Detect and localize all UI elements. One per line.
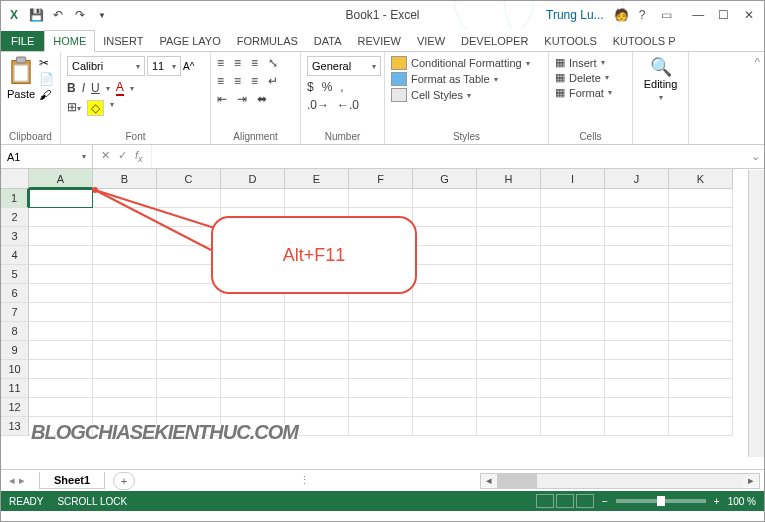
sheet-nav-prev-icon[interactable]: ◂ — [9, 474, 15, 487]
cell[interactable] — [157, 398, 221, 417]
copy-icon[interactable]: 📄 — [39, 72, 54, 86]
cell[interactable] — [605, 417, 669, 436]
cell[interactable] — [669, 284, 733, 303]
zoom-slider[interactable] — [616, 499, 706, 503]
undo-icon[interactable]: ↶ — [49, 6, 67, 24]
cell[interactable] — [413, 246, 477, 265]
cell[interactable] — [541, 227, 605, 246]
cell[interactable] — [349, 417, 413, 436]
cell[interactable] — [285, 379, 349, 398]
add-sheet-icon[interactable]: + — [113, 472, 135, 490]
tab-formulas[interactable]: FORMULAS — [229, 31, 306, 51]
tab-review[interactable]: REVIEW — [350, 31, 409, 51]
decrease-decimal-icon[interactable]: ←.0 — [337, 98, 359, 112]
cell[interactable] — [605, 246, 669, 265]
cell[interactable] — [669, 265, 733, 284]
cell[interactable] — [477, 398, 541, 417]
font-name-select[interactable]: Calibri▾ — [67, 56, 145, 76]
cell[interactable] — [605, 398, 669, 417]
cell[interactable] — [29, 265, 93, 284]
align-bot-icon[interactable]: ≡ — [251, 56, 258, 70]
cell[interactable] — [605, 341, 669, 360]
cell[interactable] — [221, 322, 285, 341]
cell[interactable] — [29, 284, 93, 303]
cell[interactable] — [477, 303, 541, 322]
cell[interactable] — [605, 360, 669, 379]
expand-fx-icon[interactable]: ⌄ — [747, 150, 764, 163]
cell[interactable] — [605, 379, 669, 398]
cell[interactable] — [413, 417, 477, 436]
cell-styles-button[interactable]: Cell Styles▾ — [391, 88, 542, 102]
cell[interactable] — [669, 303, 733, 322]
cut-icon[interactable]: ✂ — [39, 56, 54, 70]
cell[interactable] — [541, 417, 605, 436]
increase-decimal-icon[interactable]: .0→ — [307, 98, 329, 112]
scroll-left-icon[interactable]: ◂ — [481, 474, 497, 487]
zoom-in-icon[interactable]: + — [714, 496, 720, 507]
cell[interactable] — [285, 303, 349, 322]
cell[interactable] — [413, 303, 477, 322]
cell[interactable] — [157, 284, 221, 303]
fill-color-icon[interactable]: ◇ — [87, 100, 104, 116]
formula-input[interactable] — [151, 145, 747, 168]
page-break-view-icon[interactable] — [576, 494, 594, 508]
row-header[interactable]: 9 — [1, 341, 29, 360]
cell[interactable] — [477, 379, 541, 398]
cell[interactable] — [477, 227, 541, 246]
cell[interactable] — [669, 189, 733, 208]
cell[interactable] — [541, 341, 605, 360]
merge-icon[interactable]: ⬌ — [257, 92, 267, 106]
cell[interactable] — [29, 189, 93, 208]
cell[interactable] — [605, 322, 669, 341]
cell[interactable] — [413, 322, 477, 341]
cell[interactable] — [93, 360, 157, 379]
cell[interactable] — [29, 227, 93, 246]
cell[interactable] — [285, 322, 349, 341]
format-cells-button[interactable]: ▦Format▾ — [555, 86, 626, 99]
close-icon[interactable]: ✕ — [738, 8, 760, 22]
cell[interactable] — [285, 398, 349, 417]
cell[interactable] — [477, 322, 541, 341]
cell[interactable] — [29, 360, 93, 379]
cell[interactable] — [669, 379, 733, 398]
cell[interactable] — [477, 360, 541, 379]
vertical-scrollbar[interactable] — [748, 170, 764, 457]
row-header[interactable]: 10 — [1, 360, 29, 379]
format-as-table-button[interactable]: Format as Table▾ — [391, 72, 542, 86]
tab-kutools[interactable]: KUTOOLS — [536, 31, 604, 51]
col-header[interactable]: F — [349, 169, 413, 189]
cell[interactable] — [541, 360, 605, 379]
cell[interactable] — [669, 227, 733, 246]
cell[interactable] — [541, 322, 605, 341]
cell[interactable] — [349, 189, 413, 208]
align-center-icon[interactable]: ≡ — [234, 74, 241, 88]
cell[interactable] — [285, 341, 349, 360]
sheet-nav-next-icon[interactable]: ▸ — [19, 474, 25, 487]
border-icon[interactable]: ⊞▾ — [67, 100, 81, 116]
cell[interactable] — [413, 398, 477, 417]
select-all-corner[interactable] — [1, 169, 29, 189]
col-header[interactable]: H — [477, 169, 541, 189]
percent-icon[interactable]: % — [322, 80, 333, 94]
cell[interactable] — [349, 303, 413, 322]
wrap-text-icon[interactable]: ↵ — [268, 74, 278, 88]
indent-inc-icon[interactable]: ⇥ — [237, 92, 247, 106]
cell[interactable] — [349, 379, 413, 398]
cell[interactable] — [605, 303, 669, 322]
cell[interactable] — [29, 341, 93, 360]
delete-cells-button[interactable]: ▦Delete▾ — [555, 71, 626, 84]
editing-label-btn[interactable]: Editing — [639, 78, 682, 90]
cell[interactable] — [349, 322, 413, 341]
cell[interactable] — [349, 398, 413, 417]
cell[interactable] — [605, 208, 669, 227]
cell[interactable] — [541, 189, 605, 208]
cell[interactable] — [413, 189, 477, 208]
cell[interactable] — [541, 379, 605, 398]
cell[interactable] — [541, 208, 605, 227]
row-header[interactable]: 1 — [1, 189, 29, 208]
cell[interactable] — [413, 341, 477, 360]
cell[interactable] — [29, 303, 93, 322]
cell[interactable] — [541, 246, 605, 265]
row-header[interactable]: 7 — [1, 303, 29, 322]
col-header[interactable]: G — [413, 169, 477, 189]
